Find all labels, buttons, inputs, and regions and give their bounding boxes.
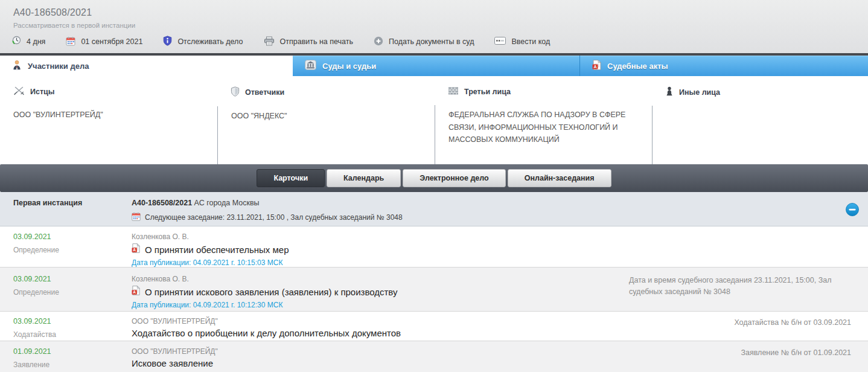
view-tab-electronic-case-label: Электронное дело <box>420 174 488 182</box>
document-title[interactable]: Ходатайство о приобщении к делу дополнит… <box>132 328 401 338</box>
calendar-small-icon <box>132 212 141 223</box>
case-status: Рассматривается в первой инстанции <box>13 22 868 29</box>
tab-judicial-acts[interactable]: A Судебные акты <box>579 56 868 76</box>
publication-date-link[interactable]: Дата публикации: 04.09.2021 г. 10:15:03 … <box>132 258 629 267</box>
enter-code-button[interactable]: Ввести код <box>494 37 550 46</box>
document-date: 03.09.2021 <box>13 275 132 283</box>
courthouse-icon <box>305 60 316 72</box>
view-tab-online-sessions[interactable]: Онлайн-заседания <box>508 169 611 187</box>
plaintiffs-column: Истцы ООО "ВУЛИНТЕРТРЕЙД" <box>0 76 217 164</box>
printer-icon <box>264 36 275 48</box>
third-party-name[interactable]: ФЕДЕРАЛЬНАЯ СЛУЖБА ПО НАДЗОРУ В СФЕРЕ СВ… <box>448 111 625 144</box>
next-session-line: Следующее заседание: 23.11.2021, 15:00 ,… <box>132 212 868 223</box>
print-label: Отправить на печать <box>280 37 354 46</box>
document-row: 03.09.2021 Определение Козленкова О. В. … <box>0 268 868 312</box>
plaintiffs-header: Истцы <box>0 76 217 97</box>
section-tabs: Участники дела Суды и судьи A Судебные а… <box>0 53 868 76</box>
pdf-icon: A <box>592 60 601 72</box>
other-parties-header: Иные лица <box>652 76 868 98</box>
document-type: Определение <box>13 246 132 254</box>
instance-header-row: Первая инстанция А40-186508/2021 АС горо… <box>0 192 868 226</box>
svg-text:A: A <box>133 248 136 252</box>
document-title-link[interactable]: О принятии обеспечительных мер <box>145 245 289 255</box>
tab-judicial-acts-label: Судебные акты <box>607 62 668 71</box>
document-date: 01.09.2021 <box>13 347 132 356</box>
registration-date-button[interactable]: 01 сентября 2021 <box>66 36 142 48</box>
session-note: Дата и время судебного заседания 23.11.2… <box>629 275 868 311</box>
view-switcher-bar: Карточки Календарь Электронное дело Онла… <box>0 164 868 192</box>
defendant-name[interactable]: ООО "ЯНДЕКС" <box>231 112 287 120</box>
case-age-button[interactable]: 4 дня <box>11 36 45 48</box>
document-date: 03.09.2021 <box>13 317 132 326</box>
submit-documents-label: Подать документы в суд <box>389 37 474 46</box>
pawn-icon <box>665 86 674 98</box>
document-author: ООО "ВУЛИНТЕРТРЕЙД" <box>132 347 629 356</box>
publication-date-link[interactable]: Дата публикации: 04.09.2021 г. 10:12:30 … <box>132 301 629 309</box>
document-date: 03.09.2021 <box>13 232 132 241</box>
view-tab-calendar-label: Календарь <box>343 174 384 182</box>
document-author: Козленкова О. В. <box>132 275 629 283</box>
svg-text:A: A <box>593 65 596 69</box>
defendants-column: Ответчики ООО "ЯНДЕКС" <box>217 76 435 164</box>
document-type: Ходатайства <box>13 330 132 339</box>
pdf-icon[interactable]: A <box>132 286 140 298</box>
other-parties-title: Иные лица <box>679 88 720 97</box>
wall-icon <box>448 86 459 97</box>
instance-name: Первая инстанция <box>13 199 132 207</box>
shield-icon <box>231 86 240 98</box>
submit-documents-button[interactable]: Подать документы в суд <box>374 36 474 48</box>
document-title[interactable]: Исковое заявление <box>132 358 213 368</box>
track-case-label: Отслеживать дело <box>177 37 243 46</box>
view-tab-electronic-case[interactable]: Электронное дело <box>403 169 505 187</box>
third-parties-title: Третьи лица <box>464 88 511 96</box>
calendar-icon <box>66 36 75 48</box>
collapse-instance-button[interactable] <box>845 202 860 217</box>
view-tab-cards[interactable]: Карточки <box>257 169 325 187</box>
tab-participants[interactable]: Участники дела <box>0 56 293 76</box>
view-tab-cards-label: Карточки <box>273 174 308 182</box>
view-tab-online-sessions-label: Онлайн-заседания <box>525 174 595 182</box>
plaintiff-name[interactable]: ООО "ВУЛИНТЕРТРЕЙД" <box>13 111 103 119</box>
other-parties-column: Иные лица <box>652 76 868 164</box>
track-shield-icon <box>163 36 172 48</box>
print-button[interactable]: Отправить на печать <box>264 36 354 48</box>
next-session-text: Следующее заседание: 23.11.2021, 15:00 ,… <box>145 213 403 222</box>
view-tab-calendar[interactable]: Календарь <box>327 169 401 187</box>
plaintiffs-title: Истцы <box>30 88 54 96</box>
instance-case-number[interactable]: А40-186508/2021 <box>132 199 192 207</box>
registration-date-label: 01 сентября 2021 <box>81 37 142 46</box>
plaintiffs-list: ООО "ВУЛИНТЕРТРЕЙД" <box>0 105 217 164</box>
document-type: Определение <box>13 288 132 297</box>
instance-case-line: А40-186508/2021 АС города Москвы <box>132 199 868 207</box>
swords-icon <box>13 86 25 97</box>
document-author: Козленкова О. В. <box>132 232 629 241</box>
third-parties-header: Третьи лица <box>435 76 652 97</box>
third-parties-list: ФЕДЕРАЛЬНАЯ СЛУЖБА ПО НАДЗОРУ В СФЕРЕ СВ… <box>435 105 652 164</box>
svg-text:A: A <box>133 290 136 294</box>
page-title: А40-186508/2021 <box>13 7 868 18</box>
document-type: Заявление <box>13 361 132 369</box>
third-parties-column: Третьи лица ФЕДЕРАЛЬНАЯ СЛУЖБА ПО НАДЗОР… <box>435 76 652 164</box>
tab-courts-judges[interactable]: Суды и судьи <box>293 56 579 76</box>
enter-code-label: Ввести код <box>511 37 550 46</box>
case-age-label: 4 дня <box>27 37 45 46</box>
defendants-title: Ответчики <box>245 88 284 97</box>
other-parties-list <box>652 106 868 164</box>
document-ref-note: Ходатайства № б/н от 03.09.2021 <box>629 317 868 341</box>
toolbar: 4 дня 01 сентября 2021 Отслеживать дело … <box>11 36 868 48</box>
tab-participants-label: Участники дела <box>28 62 89 71</box>
document-author: ООО "ВУЛИНТЕРТРЕЙД" <box>132 317 629 326</box>
document-row: 03.09.2021 Ходатайства ООО "ВУЛИНТЕРТРЕЙ… <box>0 312 868 341</box>
document-ref-note: Заявление № б/н от 01.09.2021 <box>629 347 868 372</box>
person-icon <box>12 60 22 72</box>
document-row: 03.09.2021 Определение Козленкова О. В. … <box>0 226 868 268</box>
clock-icon <box>11 36 21 48</box>
document-row: 01.09.2021 Заявление ООО "ВУЛИНТЕРТРЕЙД"… <box>0 341 868 372</box>
document-title-link[interactable]: О принятии искового заявления (заявления… <box>145 287 398 297</box>
instance-court: АС города Москвы <box>194 199 260 207</box>
pdf-icon[interactable]: A <box>132 243 140 255</box>
participants-section: Истцы ООО "ВУЛИНТЕРТРЕЙД" Ответчики ООО … <box>0 76 868 164</box>
track-case-button[interactable]: Отслеживать дело <box>163 36 243 48</box>
case-header: А40-186508/2021 Рассматривается в первой… <box>0 0 868 53</box>
code-input-icon <box>494 37 506 46</box>
